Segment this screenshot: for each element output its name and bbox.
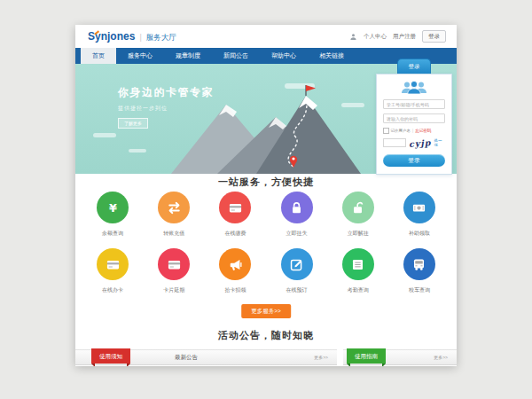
service-item[interactable]: 拾卡招领 (210, 248, 260, 294)
remember-label: 记住用户名 (391, 129, 411, 133)
megaphone-icon[interactable] (219, 248, 251, 280)
list-icon[interactable] (342, 248, 374, 280)
unlock-icon[interactable] (342, 192, 374, 223)
hero-cta-button[interactable]: 了解更多 (118, 118, 148, 129)
nav-item-home[interactable]: 首页 (81, 48, 116, 64)
user-register-link[interactable]: 用户注册 (393, 33, 416, 41)
login-tab[interactable]: 登录 (397, 59, 431, 74)
login-form: 记住用户名 | 忘记密码 cyjp 换一张 登录 (376, 74, 452, 175)
captcha-image[interactable]: cyjp (409, 137, 432, 149)
services-row-1: ¥余额查询 转账充值 在线缴费 立即挂失 立即解挂 补助领取 (88, 192, 444, 238)
logo-accent-letter: y (95, 30, 101, 43)
banknote-icon[interactable] (403, 192, 435, 223)
services-row-2: 在线办卡 卡片延期 拾卡招领 在线预订 考勤查询 校车查询 (88, 248, 444, 294)
service-item[interactable]: 卡片延期 (149, 248, 199, 294)
service-item[interactable]: 在线办卡 (88, 248, 137, 294)
hero-subtitle: 提供捷径一步到位 (118, 105, 214, 113)
nav-item-news[interactable]: 新闻公告 (212, 48, 260, 64)
login-panel: 登录 记住用户名 | 忘记密码 cyjp 换一张 登录 (376, 59, 452, 175)
service-item[interactable]: 立即解挂 (333, 192, 383, 238)
service-item[interactable]: 转账充值 (149, 192, 199, 238)
card-icon[interactable] (219, 192, 251, 223)
services-section-title: 一站服务，方便快捷 (75, 176, 457, 189)
remember-checkbox[interactable] (383, 128, 389, 134)
site-logo[interactable]: Synjones | 服务大厅 (88, 30, 176, 43)
yuan-icon[interactable]: ¥ (97, 192, 129, 223)
more-link-right[interactable]: 更多>> (434, 350, 448, 364)
cloud-shape (129, 149, 146, 153)
more-services-button[interactable]: 更多服务>> (241, 304, 291, 318)
tab-usage-notice[interactable]: 使用须知 (91, 348, 130, 364)
service-item[interactable]: ¥余额查询 (88, 192, 137, 238)
remember-row: 记住用户名 | 忘记密码 (383, 128, 445, 134)
more-link-left[interactable]: 更多>> (314, 350, 328, 364)
card-icon[interactable] (158, 248, 190, 280)
nav-item-related-links[interactable]: 相关链接 (308, 48, 356, 64)
card-icon[interactable] (97, 248, 129, 280)
hero-text-block: 你身边的卡管专家 提供捷径一步到位 了解更多 (118, 85, 214, 129)
cloud-shape (93, 133, 116, 137)
nav-item-service-center[interactable]: 服务中心 (116, 48, 164, 64)
logo-text-rest: njones (101, 30, 136, 43)
password-input[interactable] (383, 113, 445, 123)
announcements-section-title: 活动公告，随时知晓 (75, 329, 457, 342)
nav-item-help-center[interactable]: 帮助中心 (260, 48, 308, 64)
service-item[interactable]: 立即挂失 (272, 192, 322, 238)
captcha-row: cyjp 换一张 (383, 138, 445, 148)
users-group-icon (399, 80, 429, 95)
nav-item-regulations[interactable]: 规章制度 (164, 48, 212, 64)
desktop-background: { "colors": { "nav_blue": "#1b63a4", "ba… (0, 0, 532, 399)
hero-title: 你身边的卡管专家 (118, 85, 214, 100)
forgot-password-link[interactable]: 忘记密码 (415, 129, 431, 133)
person-icon (349, 33, 357, 41)
logo-divider: | (139, 33, 141, 42)
username-input[interactable] (383, 99, 445, 109)
svg-text:¥: ¥ (109, 201, 117, 215)
site-header: Synjones | 服务大厅 个人中心 用户注册 登录 (75, 25, 457, 48)
service-item[interactable]: 在线缴费 (210, 192, 260, 238)
announcements-right-panel: 使用指南 更多>> (343, 349, 457, 365)
service-item[interactable]: 补助领取 (395, 192, 444, 238)
tab-latest-announcements[interactable]: 最新公告 (168, 350, 205, 364)
bus-icon[interactable] (403, 248, 435, 280)
header-login-button[interactable]: 登录 (422, 30, 446, 43)
website-page: Synjones | 服务大厅 个人中心 用户注册 登录 首页 服务中心 规章制… (75, 25, 457, 366)
tab-usage-guide[interactable]: 使用指南 (347, 348, 386, 364)
captcha-input[interactable] (383, 138, 406, 147)
service-item[interactable]: 校车查询 (395, 248, 444, 294)
logo-subtitle: 服务大厅 (146, 33, 176, 43)
lock-icon[interactable] (281, 192, 313, 223)
separator: | (412, 129, 413, 133)
announcements-left-panel: 使用须知 最新公告 更多>> (75, 349, 337, 365)
captcha-refresh-link[interactable]: 换一张 (434, 138, 445, 147)
service-item[interactable]: 考勤查询 (333, 248, 383, 294)
login-submit-button[interactable]: 登录 (383, 154, 445, 167)
transfer-icon[interactable] (158, 192, 190, 223)
logo-text: S (88, 30, 95, 43)
personal-center-link[interactable]: 个人中心 (364, 33, 387, 41)
edit-icon[interactable] (281, 248, 313, 280)
service-item[interactable]: 在线预订 (272, 248, 322, 294)
header-links: 个人中心 用户注册 登录 (349, 25, 446, 48)
